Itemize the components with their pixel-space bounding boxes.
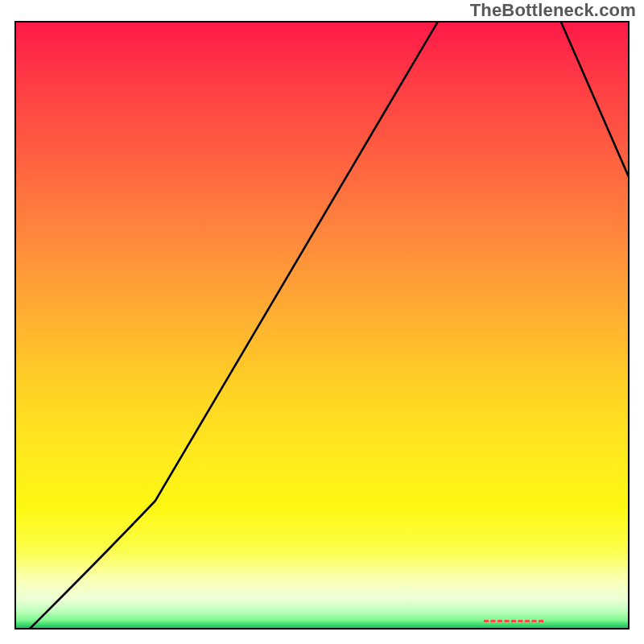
watermark-label: TheBottleneck.com bbox=[470, 0, 636, 21]
chart-plot-area bbox=[14, 21, 630, 630]
chart-frame bbox=[14, 21, 630, 630]
